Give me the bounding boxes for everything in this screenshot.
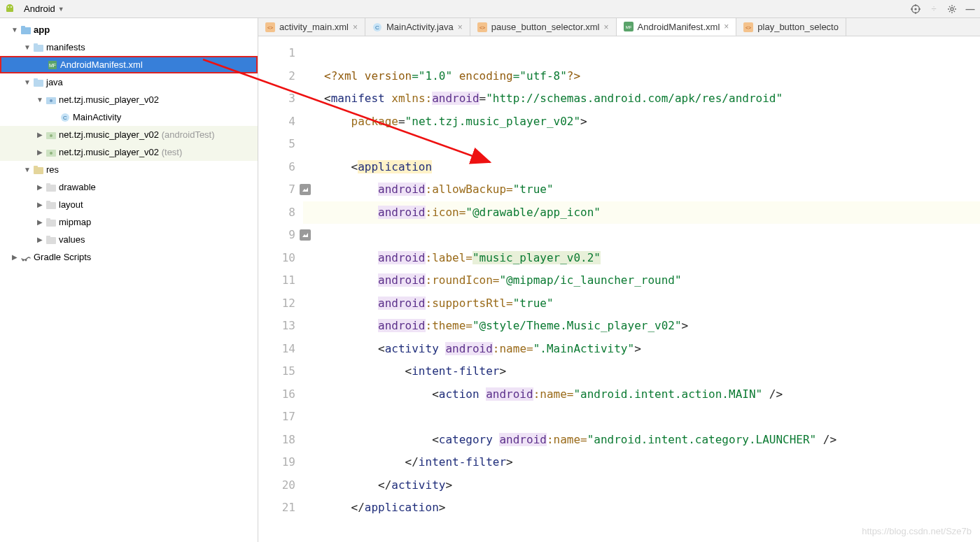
svg-point-18 (50, 134, 52, 137)
tree-node-package[interactable]: ▼ net.tzj.music_player_v02 (0, 91, 258, 108)
svg-rect-6 (21, 26, 25, 29)
chevron-right-icon: ▶ (35, 218, 45, 226)
folder-icon (45, 218, 57, 227)
code-content[interactable]: <?xml version="1.0" encoding="utf-8"?> <… (303, 36, 980, 542)
toolbar: Android ▼ ÷ — (0, 0, 980, 18)
folder-icon (45, 201, 57, 209)
tab-label: activity_main.xml (279, 22, 349, 32)
tree-node-app[interactable]: ▼ app (0, 21, 258, 38)
tab-label: AndroidManifest.xml (638, 22, 720, 32)
chevron-right-icon: ▶ (35, 131, 45, 138)
xml-file-icon: <> (743, 22, 753, 32)
chevron-down-icon: ▼ (22, 166, 32, 173)
svg-point-32 (25, 259, 27, 261)
project-view-selector[interactable]: Android ▼ (20, 2, 69, 15)
tree-label: layout (57, 199, 83, 210)
java-class-icon: C (372, 22, 382, 32)
chevron-down-icon: ▼ (10, 26, 20, 34)
svg-text:<>: <> (267, 25, 273, 30)
tab-play-selector[interactable]: <> play_button_selecto (736, 18, 846, 36)
tree-label: AndroidManifest.xml (59, 59, 143, 70)
svg-text:<>: <> (479, 25, 485, 30)
tree-label: drawable (57, 182, 96, 192)
svg-text:MF: MF (49, 63, 56, 68)
tree-node-values[interactable]: ▶ values (0, 231, 258, 248)
minimize-icon[interactable]: — (965, 3, 976, 15)
tree-node-manifest-file[interactable]: MF AndroidManifest.xml (0, 56, 258, 73)
project-tree: ▼ app ▼ manifests MF AndroidManifest.xml (0, 18, 258, 542)
tree-node-res[interactable]: ▼ res (0, 161, 258, 178)
svg-text:<>: <> (746, 25, 751, 30)
svg-point-14 (50, 99, 52, 102)
chevron-right-icon: ▶ (35, 201, 45, 208)
tree-label: values (57, 234, 85, 245)
divider-icon: ÷ (928, 3, 939, 15)
image-gutter-icon[interactable] (300, 229, 311, 241)
tree-node-java[interactable]: ▼ java (0, 73, 258, 91)
svg-point-31 (22, 259, 24, 261)
manifest-file-icon: MF (624, 22, 634, 31)
tree-node-main-activity[interactable]: C MainActivity (0, 108, 258, 126)
svg-text:C: C (375, 24, 379, 31)
image-gutter-icon[interactable] (300, 184, 311, 195)
editor-tabs: <> activity_main.xml × C MainActivity.ja… (258, 18, 980, 36)
svg-point-0 (8, 6, 9, 8)
tab-label: MainActivity.java (386, 22, 454, 32)
code-editor[interactable]: 1 2 3 4 5 6 7 8 9 10 11 12 13 14 15 16 1… (258, 36, 980, 542)
target-icon[interactable] (910, 3, 921, 15)
chevron-right-icon: ▶ (35, 236, 45, 243)
tree-node-mipmap[interactable]: ▶ mipmap (0, 213, 258, 231)
tree-node-package-test[interactable]: ▶ net.tzj.music_player_v02 (test) (0, 143, 258, 161)
chevron-down-icon: ▼ (22, 43, 32, 51)
package-icon (45, 131, 57, 139)
line-gutter: 1 2 3 4 5 6 7 8 9 10 11 12 13 14 15 16 1… (258, 36, 303, 542)
svg-rect-24 (46, 183, 50, 186)
tree-label: Gradle Scripts (32, 252, 91, 262)
folder-icon (45, 183, 57, 192)
chevron-down-icon: ▼ (35, 96, 45, 104)
tree-label: net.tzj.music_player_v02 (androidTest) (57, 129, 215, 140)
folder-icon (32, 78, 45, 87)
svg-rect-8 (34, 43, 38, 46)
svg-rect-26 (46, 201, 50, 204)
chevron-right-icon: ▶ (35, 183, 45, 191)
tab-main-activity[interactable]: C MainActivity.java × (365, 18, 470, 36)
chevron-right-icon: ▶ (10, 253, 20, 261)
svg-point-1 (10, 6, 12, 8)
close-icon[interactable]: × (458, 22, 463, 32)
svg-text:C: C (63, 115, 67, 121)
xml-file-icon: <> (265, 22, 275, 32)
tab-android-manifest[interactable]: MF AndroidManifest.xml × (617, 18, 737, 36)
gear-icon[interactable] (946, 3, 958, 15)
svg-point-3 (914, 8, 916, 10)
tree-node-gradle[interactable]: ▶ Gradle Scripts (0, 248, 258, 266)
svg-rect-12 (34, 78, 38, 81)
tree-node-drawable[interactable]: ▶ drawable (0, 178, 258, 196)
close-icon[interactable]: × (604, 22, 609, 32)
tree-label: net.tzj.music_player_v02 (57, 94, 159, 105)
close-icon[interactable]: × (353, 22, 358, 32)
tree-node-manifests[interactable]: ▼ manifests (0, 38, 258, 56)
package-icon (45, 148, 57, 157)
folder-icon (32, 43, 45, 52)
tree-label: net.tzj.music_player_v02 (test) (57, 147, 182, 157)
svg-rect-28 (46, 218, 50, 221)
svg-text:MF: MF (625, 25, 631, 29)
folder-icon (45, 236, 57, 244)
tab-activity-main[interactable]: <> activity_main.xml × (258, 18, 365, 36)
chevron-down-icon: ▼ (58, 6, 64, 13)
chevron-down-icon: ▼ (22, 78, 32, 86)
tree-node-layout[interactable]: ▶ layout (0, 196, 258, 213)
close-icon[interactable]: × (724, 22, 729, 31)
class-icon: C (59, 113, 71, 122)
tree-label: MainActivity (71, 112, 121, 122)
tab-label: pause_button_selector.xml (491, 22, 600, 32)
tab-pause-selector[interactable]: <> pause_button_selector.xml × (470, 18, 617, 36)
tree-node-package-androidtest[interactable]: ▶ net.tzj.music_player_v02 (androidTest) (0, 126, 258, 143)
folder-icon (32, 166, 45, 174)
tree-label: app (32, 24, 50, 35)
gradle-icon (20, 252, 32, 262)
tree-label: res (45, 164, 59, 175)
watermark: https://blog.csdn.net/Sze7b (862, 526, 972, 536)
svg-rect-30 (46, 236, 50, 238)
